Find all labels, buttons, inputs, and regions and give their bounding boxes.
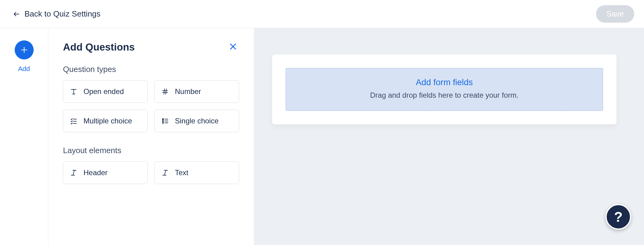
form-card: Add form fields Drag and drop fields her… bbox=[272, 55, 616, 124]
panel-title: Add Questions bbox=[63, 41, 135, 53]
option-number[interactable]: Number bbox=[154, 80, 239, 103]
close-panel-button[interactable] bbox=[227, 40, 239, 54]
help-button[interactable]: ? bbox=[605, 204, 631, 230]
option-multiple-choice[interactable]: Multiple choice bbox=[63, 110, 148, 132]
back-button[interactable]: Back to Quiz Settings bbox=[13, 9, 101, 19]
add-questions-panel: Add Questions Question types Open ended … bbox=[48, 28, 254, 245]
svg-point-15 bbox=[162, 119, 164, 120]
italic-t-icon bbox=[161, 168, 169, 177]
option-label: Number bbox=[175, 87, 201, 96]
checklist-icon bbox=[69, 117, 78, 125]
plus-icon bbox=[20, 46, 28, 54]
topbar: Back to Quiz Settings Save bbox=[0, 0, 644, 28]
option-label: Header bbox=[83, 168, 108, 177]
arrow-left-icon bbox=[13, 10, 20, 18]
back-label: Back to Quiz Settings bbox=[24, 9, 101, 19]
option-label: Multiple choice bbox=[83, 117, 132, 125]
svg-line-22 bbox=[73, 170, 74, 175]
add-question-button[interactable] bbox=[15, 40, 34, 59]
svg-line-11 bbox=[166, 89, 166, 94]
svg-point-17 bbox=[162, 120, 164, 122]
option-label: Text bbox=[175, 168, 188, 177]
option-label: Open ended bbox=[83, 87, 124, 96]
svg-point-19 bbox=[162, 122, 164, 123]
option-header[interactable]: Header bbox=[63, 161, 148, 184]
option-single-choice[interactable]: Single choice bbox=[154, 110, 239, 132]
option-open-ended[interactable]: Open ended bbox=[63, 80, 148, 103]
help-icon: ? bbox=[614, 209, 623, 225]
option-text[interactable]: Text bbox=[154, 161, 239, 184]
radio-list-icon bbox=[161, 117, 169, 125]
save-button[interactable]: Save bbox=[596, 5, 634, 23]
svg-line-10 bbox=[164, 89, 165, 94]
form-dropzone[interactable]: Add form fields Drag and drop fields her… bbox=[286, 68, 603, 111]
close-icon bbox=[229, 47, 237, 52]
dropzone-subtitle: Drag and drop fields here to create your… bbox=[292, 91, 597, 100]
section-label-question-types: Question types bbox=[63, 65, 239, 74]
svg-line-25 bbox=[165, 170, 166, 175]
add-label: Add bbox=[18, 65, 30, 73]
option-label: Single choice bbox=[175, 117, 219, 125]
form-canvas: Add form fields Drag and drop fields her… bbox=[254, 28, 644, 245]
hash-icon bbox=[161, 87, 169, 96]
dropzone-title: Add form fields bbox=[292, 77, 597, 87]
section-label-layout-elements: Layout elements bbox=[63, 146, 239, 155]
sidebar-rail: Add bbox=[0, 28, 48, 245]
text-type-icon bbox=[69, 87, 78, 96]
italic-t-icon bbox=[69, 168, 78, 177]
